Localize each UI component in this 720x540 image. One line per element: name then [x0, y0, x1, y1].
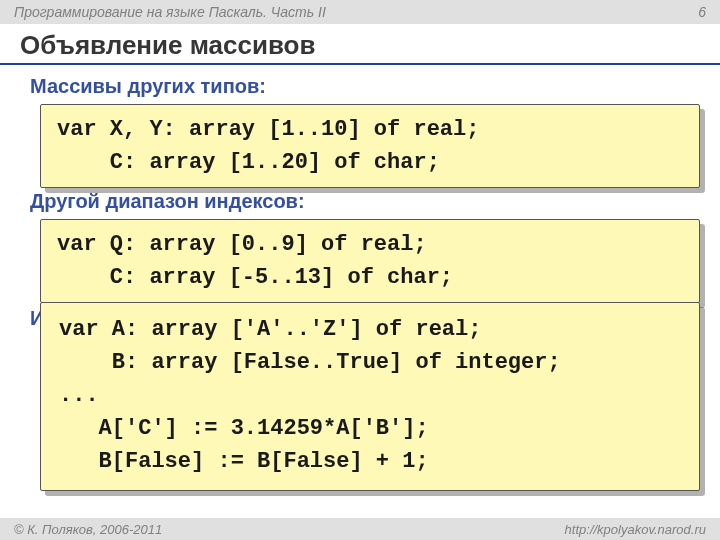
footer-bar: © К. Поляков, 2006-2011 http://kpolyakov… [0, 518, 720, 540]
code-block-3: var A: array ['A'..'Z'] of real; B: arra… [40, 302, 700, 491]
code-block-1: var X, Y: array [1..10] of real; C: arra… [40, 104, 700, 188]
slide-title: Объявление массивов [0, 24, 720, 65]
page-number: 6 [698, 4, 706, 20]
footer-url: http://kpolyakov.narod.ru [565, 522, 706, 537]
code-block-2-wrap: var Q: array [0..9] of real; C: array [-… [40, 219, 700, 303]
code-block-1-wrap: var X, Y: array [1..10] of real; C: arra… [40, 104, 700, 188]
section-label-2: Другой диапазон индексов: [30, 190, 700, 213]
copyright: © К. Поляков, 2006-2011 [14, 522, 162, 537]
course-title: Программирование на языке Паскаль. Часть… [14, 4, 326, 20]
header-bar: Программирование на языке Паскаль. Часть… [0, 0, 720, 24]
code-block-2: var Q: array [0..9] of real; C: array [-… [40, 219, 700, 303]
slide-content: Массивы других типов: var X, Y: array [1… [0, 65, 720, 491]
code-block-3-wrap: var A: array ['A'..'Z'] of real; B: arra… [40, 302, 700, 491]
section-label-1: Массивы других типов: [30, 75, 700, 98]
